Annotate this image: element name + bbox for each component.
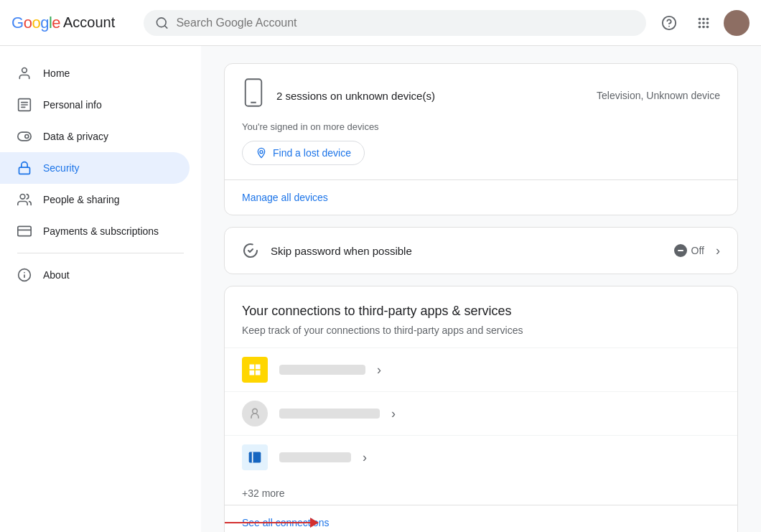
- sidebar-item-security[interactable]: Security: [0, 152, 190, 184]
- search-bar[interactable]: [144, 10, 646, 36]
- apps-button[interactable]: [689, 9, 718, 37]
- avatar[interactable]: [724, 10, 750, 36]
- sidebar-label-people: People & sharing: [43, 194, 120, 205]
- skip-password-icon: [242, 242, 259, 259]
- app-name-blurred-2: [279, 409, 380, 419]
- skip-password-card[interactable]: Skip password when possible Off ›: [224, 227, 738, 274]
- svg-point-4: [699, 17, 701, 20]
- arrow-line: [224, 522, 318, 523]
- about-icon: [17, 268, 32, 282]
- sidebar-divider: [17, 253, 184, 253]
- third-party-header: Your connections to third-party apps & s…: [225, 286, 737, 347]
- search-input[interactable]: [176, 17, 635, 29]
- find-device-button[interactable]: Find a lost device: [242, 141, 365, 165]
- svg-point-7: [699, 22, 701, 24]
- svg-point-6: [706, 17, 709, 20]
- device-info: 2 sessions on unknown device(s): [276, 90, 585, 102]
- app-row-2[interactable]: ›: [225, 391, 737, 435]
- status-text: Off: [691, 245, 704, 256]
- main-content: 2 sessions on unknown device(s) Televisi…: [201, 46, 761, 532]
- arrow-head: [310, 518, 319, 528]
- chevron-right-icon: ›: [716, 243, 720, 258]
- status-dot-icon: [674, 244, 687, 257]
- app-row-3[interactable]: ›: [225, 435, 737, 479]
- google-account-logo[interactable]: Google Account: [11, 14, 132, 32]
- skip-password-row[interactable]: Skip password when possible Off ›: [225, 228, 737, 274]
- svg-point-29: [260, 151, 263, 154]
- svg-rect-31: [256, 365, 261, 370]
- sidebar-label-payments: Payments & subscriptions: [43, 225, 159, 237]
- svg-point-9: [706, 22, 709, 24]
- apps-icon: [696, 15, 711, 31]
- devices-card: 2 sessions on unknown device(s) Televisi…: [224, 63, 738, 215]
- location-pin-icon: [256, 147, 267, 159]
- svg-rect-32: [250, 370, 255, 375]
- sidebar: Home Personal info Data & privacy Securi…: [0, 46, 201, 532]
- people-icon: [17, 192, 32, 207]
- more-apps-text: +32 more: [225, 479, 737, 505]
- sidebar-item-about[interactable]: About: [0, 259, 190, 291]
- chevron-right-icon-1: ›: [377, 363, 381, 378]
- svg-point-8: [702, 22, 705, 24]
- svg-rect-35: [249, 452, 261, 463]
- sidebar-label-security: Security: [43, 162, 80, 174]
- app-icon-1: [242, 357, 268, 383]
- svg-rect-20: [19, 167, 30, 174]
- sidebar-item-home[interactable]: Home: [0, 57, 190, 89]
- help-icon: [661, 15, 677, 31]
- data-privacy-icon: [17, 129, 32, 144]
- arrow-indicator: [224, 522, 318, 523]
- signed-in-text: You're signed in on more devices: [242, 121, 720, 132]
- app-icon-2: [242, 401, 268, 426]
- device-row: 2 sessions on unknown device(s) Televisi…: [242, 78, 720, 113]
- app-name-blurred-1: [279, 365, 365, 375]
- help-button[interactable]: [655, 9, 683, 37]
- search-icon: [155, 16, 169, 30]
- app-name-blurred-3: [279, 452, 351, 462]
- third-party-card: Your connections to third-party apps & s…: [224, 286, 738, 532]
- skip-password-label: Skip password when possible: [271, 245, 663, 257]
- find-device-label: Find a lost device: [273, 147, 351, 159]
- account-title: Account: [63, 14, 115, 31]
- sidebar-label-data-privacy: Data & privacy: [43, 131, 108, 142]
- app-row-1[interactable]: ›: [225, 347, 737, 391]
- skip-password-status: Off: [674, 244, 704, 257]
- payments-icon: [17, 224, 32, 238]
- svg-point-21: [20, 195, 25, 200]
- third-party-title: Your connections to third-party apps & s…: [242, 304, 720, 319]
- see-all-section: See all connections: [225, 505, 737, 532]
- device-icon: [242, 78, 265, 113]
- svg-point-19: [25, 135, 29, 139]
- sidebar-label-about: About: [43, 269, 70, 281]
- layout: Home Personal info Data & privacy Securi…: [0, 46, 761, 532]
- manage-devices-link[interactable]: Manage all devices: [225, 180, 737, 215]
- sidebar-item-data-privacy[interactable]: Data & privacy: [0, 121, 190, 152]
- svg-rect-22: [18, 226, 31, 235]
- third-party-subtitle: Keep track of your connections to third-…: [242, 325, 720, 336]
- svg-rect-33: [256, 370, 261, 375]
- device-detail: Television, Unknown device: [597, 90, 720, 101]
- sidebar-label-home: Home: [43, 67, 70, 79]
- header-actions: [655, 9, 750, 37]
- svg-point-10: [699, 25, 701, 28]
- svg-point-13: [22, 68, 27, 73]
- header: Google Account: [0, 0, 761, 46]
- svg-point-11: [702, 25, 705, 28]
- sidebar-item-personal-info[interactable]: Personal info: [0, 89, 190, 121]
- device-sessions-label: 2 sessions on unknown device(s): [276, 90, 585, 102]
- chevron-right-icon-3: ›: [363, 450, 367, 465]
- svg-point-12: [706, 25, 709, 28]
- home-icon: [17, 66, 32, 80]
- svg-point-34: [253, 409, 258, 414]
- svg-rect-30: [250, 365, 255, 370]
- sidebar-label-personal-info: Personal info: [43, 99, 102, 111]
- security-icon: [17, 161, 32, 175]
- svg-line-1: [165, 25, 167, 27]
- google-logo-text: Google: [11, 14, 60, 32]
- chevron-right-icon-2: ›: [391, 406, 396, 421]
- app-icon-3: [242, 444, 268, 470]
- svg-point-5: [702, 17, 705, 20]
- sidebar-item-people-sharing[interactable]: People & sharing: [0, 184, 190, 215]
- device-section: 2 sessions on unknown device(s) Televisi…: [225, 64, 737, 180]
- sidebar-item-payments[interactable]: Payments & subscriptions: [0, 215, 190, 247]
